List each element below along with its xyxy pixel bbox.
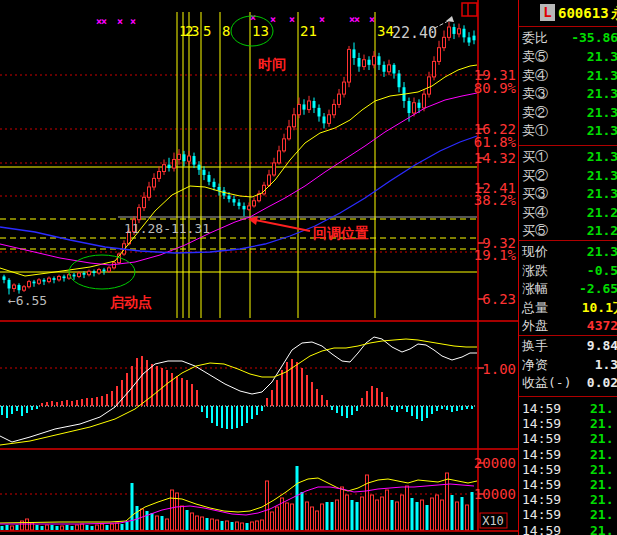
candle-down [33, 282, 36, 284]
info-row[interactable]: 换手9.84% [519, 337, 617, 354]
pullback-arrow [250, 219, 310, 231]
info-row-label: 收益(-) [522, 374, 571, 391]
sell-level-1[interactable]: 卖①21.34 [519, 122, 617, 139]
candle-up [38, 280, 41, 283]
info-row-label: 涨跌 [522, 262, 548, 279]
weibi-row[interactable]: 委比-35.86% [519, 29, 617, 46]
info-row-value: -2.65% [579, 280, 617, 297]
candle-down [378, 56, 381, 65]
info-row[interactable]: 涨幅-2.65% [519, 280, 617, 297]
candle-up [308, 101, 311, 110]
info-row[interactable]: 现价21.33 [519, 243, 617, 260]
volume-bar-up [346, 495, 349, 530]
volume-bar-up [431, 498, 434, 530]
volume-bar-down [36, 525, 39, 530]
volume-bar-up [96, 525, 99, 530]
info-row-value: 10.1万 [582, 299, 617, 316]
weibi-row-value: -35.86% [571, 29, 617, 46]
volume-bar-up [381, 497, 384, 530]
weibi-row-label: 委比 [522, 29, 548, 46]
buy-level-3-label: 买③ [522, 185, 548, 202]
volume-bar-down [131, 483, 134, 530]
tick-row[interactable]: 14:5921. [519, 416, 617, 431]
macd-dif-line [0, 337, 477, 442]
candle-up [23, 287, 26, 290]
candle-up [443, 37, 446, 47]
candle-down [418, 103, 421, 108]
candle-down [313, 101, 316, 108]
candle-up [153, 178, 156, 187]
signal-marker-icon: × [250, 12, 256, 23]
tick-time: 14:59 [522, 431, 561, 446]
candle-up [188, 156, 191, 161]
tick-price: 21. [590, 431, 613, 446]
tick-row[interactable]: 14:5921. [519, 447, 617, 462]
candle-down [453, 27, 456, 34]
volume-bar-up [256, 521, 259, 530]
candle-up [423, 94, 426, 108]
stock-code[interactable]: 600613 [558, 5, 609, 21]
candle-down [358, 58, 361, 67]
tick-row[interactable]: 14:5921. [519, 431, 617, 446]
volume-bar-up [216, 520, 219, 530]
volume-bar-down [186, 510, 189, 530]
candle-up [278, 151, 281, 163]
info-row[interactable]: 涨跌-0.58 [519, 262, 617, 279]
buy-level-2-value: 21.31 [587, 167, 617, 184]
tick-row[interactable]: 14:5921. [519, 523, 617, 535]
volume-bar-down [1, 526, 4, 530]
info-row[interactable]: 外盘43727 [519, 317, 617, 334]
exchange-logo-icon: L [540, 4, 555, 21]
volume-bar-down [56, 526, 59, 530]
sell-level-4-value: 21.37 [587, 67, 617, 84]
sell-level-5[interactable]: 卖⑤21.38 [519, 48, 617, 65]
candle-down [3, 276, 6, 279]
sell-level-2[interactable]: 卖②21.35 [519, 104, 617, 121]
candle-down [233, 199, 236, 202]
candle-down [398, 73, 401, 87]
info-row[interactable]: 净资1.32 [519, 356, 617, 373]
volume-bar-down [151, 513, 154, 530]
volume-bar-up [76, 525, 79, 530]
candle-up [138, 208, 141, 220]
info-row[interactable]: 总量10.1万 [519, 299, 617, 316]
volume-bar-up [271, 512, 274, 530]
volume-bar-up [306, 502, 309, 530]
tick-price: 21. [590, 462, 613, 477]
tick-row[interactable]: 14:5921. [519, 477, 617, 492]
macd-dea-line [0, 339, 477, 445]
volume-bar-down [206, 518, 209, 530]
buy-level-4[interactable]: 买④21.29 [519, 204, 617, 221]
tick-row[interactable]: 14:5921. [519, 462, 617, 477]
info-row[interactable]: 收益(-)0.025 [519, 374, 617, 391]
candle-up [338, 94, 341, 104]
candle-up [293, 115, 296, 127]
candle-down [473, 36, 476, 41]
signal-marker-icon: × [117, 16, 123, 27]
candle-down [183, 154, 186, 161]
buy-level-5[interactable]: 买⑤21.28 [519, 222, 617, 239]
buy-level-2[interactable]: 买②21.31 [519, 167, 617, 184]
sell-level-4[interactable]: 卖④21.37 [519, 67, 617, 84]
candle-up [28, 282, 31, 287]
volume-bar-up [266, 481, 269, 530]
candle-up [438, 48, 441, 62]
volume-bar-down [351, 500, 354, 530]
candle-up [148, 187, 151, 197]
volume-bar-up [61, 526, 64, 530]
window-restore-icon[interactable] [462, 3, 477, 16]
candle-up [248, 206, 251, 209]
buy-level-1[interactable]: 买①21.32 [519, 148, 617, 165]
tick-price: 21. [590, 477, 613, 492]
info-row-label: 换手 [522, 337, 548, 354]
panel-divider [519, 240, 617, 241]
stock-name[interactable]: 永 [611, 5, 617, 23]
buy-level-3[interactable]: 买③21.30 [519, 185, 617, 202]
tick-row[interactable]: 14:5921. [519, 507, 617, 522]
tick-row[interactable]: 14:5921. [519, 401, 617, 416]
candle-down [463, 29, 466, 38]
sell-level-3[interactable]: 卖③21.36 [519, 85, 617, 102]
volume-bar-up [376, 500, 379, 530]
info-row-label: 净资 [522, 356, 548, 373]
tick-row[interactable]: 14:5921. [519, 492, 617, 507]
